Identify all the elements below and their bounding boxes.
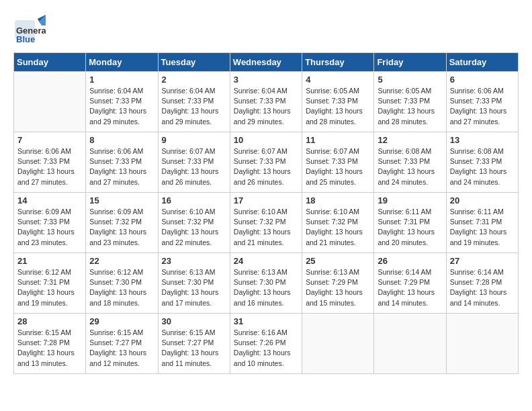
logo-icon: General Blue [13,13,46,46]
sunset-text: Sunset: 7:30 PM [162,277,226,287]
sunset-text: Sunset: 7:33 PM [378,156,442,167]
day-number: 29 [89,316,154,326]
daylight-text: Daylight: 13 hours and 29 minutes. [234,106,298,126]
sunrise-text: Sunrise: 6:12 AM [89,267,154,277]
sunset-text: Sunset: 7:29 PM [306,277,370,287]
sunrise-text: Sunrise: 6:14 AM [450,267,515,277]
sunset-text: Sunset: 7:33 PM [450,156,515,167]
daylight-text: Daylight: 13 hours and 14 minutes. [450,287,515,308]
calendar-cell: 13Sunrise: 6:08 AMSunset: 7:33 PMDayligh… [446,132,518,193]
calendar-cell [14,72,86,132]
daylight-text: Daylight: 13 hours and 14 minutes. [378,287,442,308]
day-info: Sunrise: 6:11 AMSunset: 7:31 PMDaylight:… [450,207,515,248]
calendar-cell: 22Sunrise: 6:12 AMSunset: 7:30 PMDayligh… [86,253,158,314]
sunset-text: Sunset: 7:28 PM [450,277,515,287]
calendar-cell: 4Sunrise: 6:05 AMSunset: 7:33 PMDaylight… [302,72,374,132]
calendar-cell: 29Sunrise: 6:15 AMSunset: 7:27 PMDayligh… [86,314,158,374]
calendar-table: SundayMondayTuesdayWednesdayThursdayFrid… [13,52,519,374]
calendar-cell: 6Sunrise: 6:06 AMSunset: 7:33 PMDaylight… [446,72,518,132]
sunset-text: Sunset: 7:33 PM [234,156,298,167]
sunset-text: Sunset: 7:33 PM [17,156,82,167]
svg-text:Blue: Blue [16,34,35,44]
sunset-text: Sunset: 7:30 PM [89,277,154,287]
calendar-week-row: 14Sunrise: 6:09 AMSunset: 7:33 PMDayligh… [14,193,519,253]
calendar-cell: 8Sunrise: 6:06 AMSunset: 7:33 PMDaylight… [86,132,158,193]
day-number: 20 [450,195,515,205]
day-info: Sunrise: 6:14 AMSunset: 7:28 PMDaylight:… [450,267,515,308]
daylight-text: Daylight: 13 hours and 10 minutes. [234,348,298,368]
daylight-text: Daylight: 13 hours and 17 minutes. [162,287,226,308]
logo: General Blue [13,13,50,46]
day-info: Sunrise: 6:15 AMSunset: 7:27 PMDaylight:… [162,328,226,369]
sunset-text: Sunset: 7:28 PM [17,338,82,348]
column-header-tuesday: Tuesday [158,53,230,72]
sunrise-text: Sunrise: 6:05 AM [306,86,370,96]
day-number: 23 [162,256,226,266]
column-header-sunday: Sunday [14,53,86,72]
daylight-text: Daylight: 13 hours and 24 minutes. [450,167,515,187]
day-info: Sunrise: 6:09 AMSunset: 7:32 PMDaylight:… [89,207,154,248]
calendar-week-row: 1Sunrise: 6:04 AMSunset: 7:33 PMDaylight… [14,72,519,132]
calendar-cell: 31Sunrise: 6:16 AMSunset: 7:26 PMDayligh… [230,314,302,374]
sunset-text: Sunset: 7:27 PM [89,338,154,348]
sunrise-text: Sunrise: 6:10 AM [234,207,298,217]
daylight-text: Daylight: 13 hours and 13 minutes. [17,348,82,368]
calendar-cell [302,314,374,374]
day-info: Sunrise: 6:08 AMSunset: 7:33 PMDaylight:… [378,146,442,187]
day-number: 16 [162,195,226,205]
sunrise-text: Sunrise: 6:15 AM [17,328,82,338]
calendar-cell: 1Sunrise: 6:04 AMSunset: 7:33 PMDaylight… [86,72,158,132]
daylight-text: Daylight: 13 hours and 19 minutes. [450,227,515,247]
daylight-text: Daylight: 13 hours and 29 minutes. [162,106,226,126]
calendar-cell: 30Sunrise: 6:15 AMSunset: 7:27 PMDayligh… [158,314,230,374]
calendar-cell: 9Sunrise: 6:07 AMSunset: 7:33 PMDaylight… [158,132,230,193]
sunset-text: Sunset: 7:32 PM [306,217,370,227]
sunrise-text: Sunrise: 6:08 AM [378,146,442,156]
day-number: 28 [17,316,82,326]
sunrise-text: Sunrise: 6:11 AM [450,207,515,217]
day-info: Sunrise: 6:07 AMSunset: 7:33 PMDaylight:… [306,146,370,187]
day-info: Sunrise: 6:13 AMSunset: 7:30 PMDaylight:… [162,267,226,308]
daylight-text: Daylight: 13 hours and 24 minutes. [378,167,442,187]
day-number: 9 [162,135,226,145]
daylight-text: Daylight: 13 hours and 16 minutes. [234,287,298,308]
day-number: 17 [234,195,298,205]
day-info: Sunrise: 6:12 AMSunset: 7:31 PMDaylight:… [17,267,82,308]
day-info: Sunrise: 6:10 AMSunset: 7:32 PMDaylight:… [306,207,370,248]
daylight-text: Daylight: 13 hours and 29 minutes. [89,106,154,126]
day-info: Sunrise: 6:08 AMSunset: 7:33 PMDaylight:… [450,146,515,187]
daylight-text: Daylight: 13 hours and 21 minutes. [234,227,298,247]
day-info: Sunrise: 6:13 AMSunset: 7:30 PMDaylight:… [234,267,298,308]
sunset-text: Sunset: 7:33 PM [306,96,370,106]
daylight-text: Daylight: 13 hours and 23 minutes. [89,227,154,247]
daylight-text: Daylight: 13 hours and 20 minutes. [378,227,442,247]
sunset-text: Sunset: 7:32 PM [234,217,298,227]
day-number: 19 [378,195,442,205]
sunrise-text: Sunrise: 6:07 AM [306,146,370,156]
day-number: 5 [378,75,442,85]
calendar-cell: 25Sunrise: 6:13 AMSunset: 7:29 PMDayligh… [302,253,374,314]
sunset-text: Sunset: 7:32 PM [89,217,154,227]
sunrise-text: Sunrise: 6:04 AM [234,86,298,96]
daylight-text: Daylight: 13 hours and 27 minutes. [450,106,515,126]
column-header-friday: Friday [374,53,446,72]
daylight-text: Daylight: 13 hours and 19 minutes. [17,287,82,308]
daylight-text: Daylight: 13 hours and 25 minutes. [306,167,370,187]
day-number: 12 [378,135,442,145]
column-header-monday: Monday [86,53,158,72]
day-info: Sunrise: 6:16 AMSunset: 7:26 PMDaylight:… [234,328,298,369]
day-info: Sunrise: 6:04 AMSunset: 7:33 PMDaylight:… [234,86,298,127]
daylight-text: Daylight: 13 hours and 28 minutes. [306,106,370,126]
sunrise-text: Sunrise: 6:12 AM [17,267,82,277]
sunset-text: Sunset: 7:33 PM [306,156,370,167]
sunrise-text: Sunrise: 6:08 AM [450,146,515,156]
calendar-week-row: 21Sunrise: 6:12 AMSunset: 7:31 PMDayligh… [14,253,519,314]
day-number: 24 [234,256,298,266]
daylight-text: Daylight: 13 hours and 12 minutes. [89,348,154,368]
day-number: 11 [306,135,370,145]
sunset-text: Sunset: 7:33 PM [162,96,226,106]
calendar-cell: 24Sunrise: 6:13 AMSunset: 7:30 PMDayligh… [230,253,302,314]
day-number: 8 [89,135,154,145]
day-info: Sunrise: 6:12 AMSunset: 7:30 PMDaylight:… [89,267,154,308]
day-number: 18 [306,195,370,205]
